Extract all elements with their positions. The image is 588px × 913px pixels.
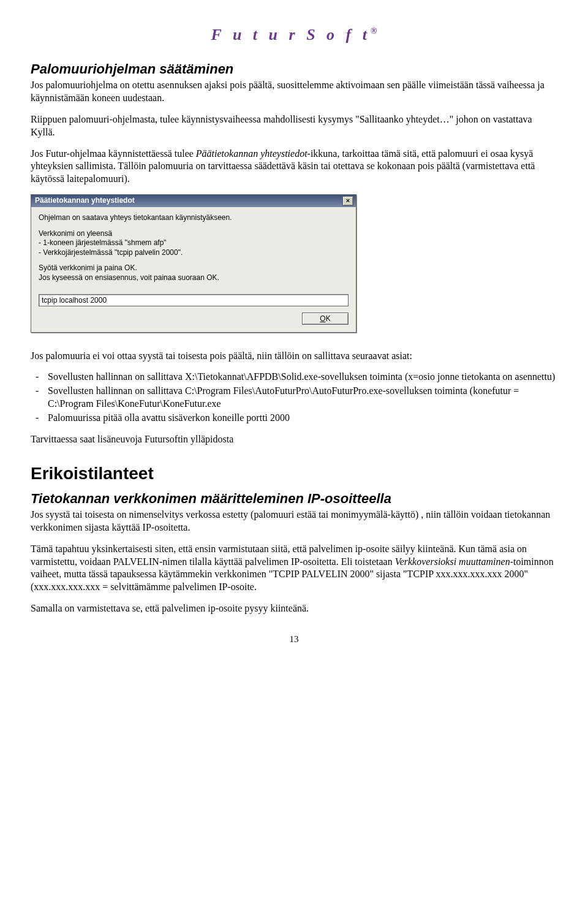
list-item: Palomuurissa pitää olla avattu sisäverko… <box>31 412 557 425</box>
close-icon[interactable]: × <box>342 196 353 206</box>
dialog-text: Verkkonimi on yleensä - 1-koneen järjest… <box>39 229 349 258</box>
list-item: Sovellusten hallinnan on sallittava X:\T… <box>31 371 557 384</box>
bullet-list: Sovellusten hallinnan on sallittava X:\T… <box>31 371 557 424</box>
network-name-input[interactable] <box>39 294 349 306</box>
dialog-window: Päätietokannan yhteystiedot × Ohjelman o… <box>31 194 356 333</box>
page-number: 13 <box>31 634 557 646</box>
heading-erikoistilanteet: Erikoistilanteet <box>31 463 557 485</box>
body-text: Tarvittaessa saat lisäneuvoja Futursofti… <box>31 433 557 446</box>
body-text: Jos palomuuria ei voi ottaa syystä tai t… <box>31 350 557 363</box>
body-text: Samalla on varmistettava se, että palvel… <box>31 602 557 615</box>
dialog-text: Ohjelman on saatava yhteys tietokantaan … <box>39 213 349 223</box>
body-text: Jos Futur-ohjelmaa käynnistettäessä tule… <box>31 148 557 186</box>
body-text: Riippuen palomuuri-ohjelmasta, tulee käy… <box>31 113 557 139</box>
ok-button[interactable]: OK <box>302 313 349 325</box>
dialog-titlebar: Päätietokannan yhteystiedot × <box>31 195 356 207</box>
body-text: Tämä tapahtuu yksinkertaisesti siten, et… <box>31 543 557 594</box>
heading-ip-osoite: Tietokannan verkkonimen määritteleminen … <box>31 490 557 508</box>
list-item: Sovellusten hallinnan on sallittava C:\P… <box>31 385 557 411</box>
body-text: Jos palomuuriohjelma on otettu asennukse… <box>31 79 557 105</box>
body-text: Jos syystä tai toisesta on nimenselvitys… <box>31 509 557 534</box>
dialog-screenshot: Päätietokannan yhteystiedot × Ohjelman o… <box>31 194 557 333</box>
dialog-text: Syötä verkkonimi ja paina OK. Jos kysees… <box>39 263 349 282</box>
dialog-body: Ohjelman on saatava yhteys tietokantaan … <box>31 207 356 332</box>
heading-palomuuri: Palomuuriohjelman säätäminen <box>31 61 557 78</box>
brand-logo: F u t u r S o f t® <box>31 25 557 45</box>
dialog-title: Päätietokannan yhteystiedot <box>35 196 135 206</box>
